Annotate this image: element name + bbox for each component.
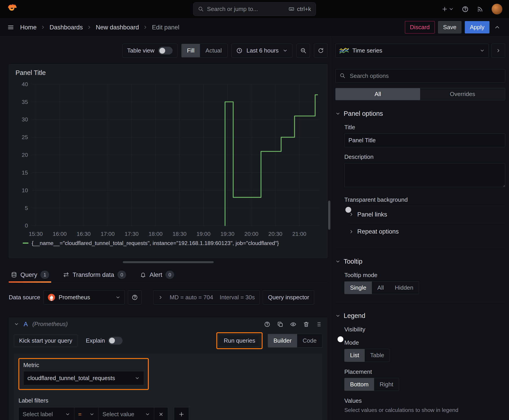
news-button[interactable] — [477, 6, 484, 13]
datasource-row: Data source Prometheus MD = au — [9, 290, 327, 304]
tab-all[interactable]: All — [335, 88, 420, 100]
svg-text:20:00: 20:00 — [244, 231, 258, 237]
tooltip-mode-hidden[interactable]: Hidden — [389, 282, 419, 294]
description-textarea[interactable] — [344, 163, 505, 187]
time-range-picker[interactable]: Last 6 hours — [231, 44, 292, 57]
panel-title-input[interactable] — [344, 134, 505, 147]
explain-control: Explain — [86, 337, 122, 345]
datasource-help-button[interactable] — [128, 290, 142, 304]
query-ref-id[interactable]: A — [24, 321, 28, 328]
breadcrumb-new-dashboard[interactable]: New dashboard — [96, 24, 139, 31]
fill-option[interactable]: Fill — [182, 44, 200, 57]
time-series-chart[interactable]: 15:3016:0016:3017:0017:3018:0018:3019:00… — [14, 79, 322, 239]
collapse-query-button[interactable] — [14, 322, 19, 327]
expand-options-button[interactable] — [158, 295, 163, 300]
refresh-button[interactable] — [314, 44, 328, 57]
legend-swatch — [23, 242, 29, 244]
code-option[interactable]: Code — [297, 334, 322, 347]
tooltip-mode-single[interactable]: Single — [344, 282, 372, 294]
tab-overrides[interactable]: Overrides — [420, 88, 505, 100]
grafana-logo[interactable] — [7, 3, 17, 15]
builder-option[interactable]: Builder — [268, 334, 297, 347]
new-menu-button[interactable] — [441, 6, 454, 12]
values-label: Values — [344, 397, 505, 404]
query-inspector-button[interactable]: Query inspector — [263, 290, 314, 304]
delete-query-button[interactable] — [303, 321, 310, 328]
time-range-label: Last 6 hours — [246, 47, 279, 54]
tab-transform-data[interactable]: Transform data 0 — [61, 267, 128, 282]
editor-tabs: Query 1 Transform data 0 Alert 0 — [9, 267, 327, 283]
chevron-up-icon — [494, 24, 501, 30]
query-help-button[interactable] — [264, 321, 270, 328]
label-filters-row: Select label = Select value — [18, 407, 318, 420]
drag-query-handle[interactable] — [316, 321, 322, 328]
duplicate-query-button[interactable] — [277, 321, 283, 328]
visibility-label: Visibility — [344, 326, 505, 333]
breadcrumb-dashboards[interactable]: Dashboards — [50, 24, 83, 31]
save-button[interactable]: Save — [438, 21, 462, 33]
repeat-options-row[interactable]: Repeat options — [349, 223, 505, 240]
run-queries-button[interactable]: Run queries — [219, 335, 260, 347]
shortcut-hint: ctrl+k — [289, 6, 311, 13]
panel-links-row[interactable]: Panel links — [349, 206, 505, 223]
table-view-toggle-group: Table view — [122, 44, 177, 57]
datasource-label: Data source — [9, 294, 40, 301]
tooltip-header[interactable]: Tooltip — [335, 258, 505, 265]
metric-select[interactable]: cloudflared_tunnel_total_requests — [23, 371, 144, 385]
discard-button[interactable]: Discard — [405, 21, 435, 33]
panel-title[interactable]: Panel Title — [15, 69, 322, 76]
explain-toggle[interactable] — [108, 337, 122, 345]
help-button[interactable] — [462, 6, 469, 13]
toggle-query-visibility-button[interactable] — [290, 321, 296, 328]
chart-legend-item[interactable]: {__name__="cloudflared_tunnel_total_requ… — [23, 240, 322, 246]
tab-query[interactable]: Query 1 — [9, 267, 51, 282]
select-label-dropdown[interactable]: Select label — [18, 407, 74, 420]
legend-placement-bottom[interactable]: Bottom — [344, 378, 374, 391]
collapse-header-button[interactable] — [493, 23, 502, 32]
tooltip-mode-all[interactable]: All — [372, 282, 389, 294]
chevron-down-icon — [282, 48, 288, 53]
tab-alert[interactable]: Alert 0 — [138, 267, 176, 282]
kick-start-query-button[interactable]: Kick start your query — [14, 335, 77, 347]
legend-placement-right[interactable]: Right — [374, 378, 399, 391]
options-search-input[interactable] — [335, 69, 505, 83]
rss-icon — [477, 6, 484, 13]
table-view-toggle[interactable] — [158, 47, 173, 54]
tooltip-mode-label: Tooltip mode — [344, 272, 505, 279]
chevron-down-icon — [14, 322, 19, 327]
query-count-badge: 1 — [40, 270, 49, 279]
actual-option[interactable]: Actual — [200, 44, 227, 57]
global-search-input[interactable]: Search or jump to... ctrl+k — [193, 2, 316, 16]
remove-filter-button[interactable] — [154, 407, 168, 420]
copy-icon — [277, 321, 283, 328]
zoom-out-button[interactable] — [296, 44, 310, 57]
chevron-down-icon — [65, 412, 70, 417]
select-value-dropdown[interactable]: Select value — [98, 407, 154, 420]
add-filter-button[interactable] — [174, 407, 189, 420]
values-help-text: Select values or calculations to show in… — [344, 407, 505, 413]
legend-header[interactable]: Legend — [335, 312, 505, 320]
svg-text:15:30: 15:30 — [29, 231, 43, 237]
alert-count-badge: 0 — [165, 270, 174, 279]
vertical-scrollbar[interactable] — [328, 201, 330, 230]
collapse-options-pane-button[interactable] — [492, 44, 505, 57]
user-avatar[interactable] — [492, 4, 502, 15]
svg-text:16:00: 16:00 — [53, 231, 67, 237]
svg-text:10: 10 — [22, 187, 28, 193]
visualization-picker[interactable]: Time series — [335, 44, 489, 57]
legend-mode-list[interactable]: List — [344, 349, 365, 362]
panel-resize-handle[interactable] — [123, 261, 214, 263]
query-row-header: A (Prometheus) — [9, 317, 327, 331]
operator-dropdown[interactable]: = — [74, 407, 99, 420]
datasource-picker[interactable]: Prometheus — [44, 290, 125, 304]
bell-icon — [140, 271, 146, 278]
time-series-icon — [339, 47, 349, 54]
options-search — [335, 69, 505, 83]
legend-mode-table[interactable]: Table — [365, 349, 390, 362]
breadcrumb-home[interactable]: Home — [20, 24, 37, 31]
panel-options-section: Panel options Title Description Transpar… — [335, 100, 505, 248]
panel-options-header[interactable]: Panel options — [335, 110, 505, 117]
menu-toggle[interactable] — [7, 24, 14, 31]
apply-button[interactable]: Apply — [465, 21, 489, 33]
chevron-down-icon — [335, 313, 341, 318]
